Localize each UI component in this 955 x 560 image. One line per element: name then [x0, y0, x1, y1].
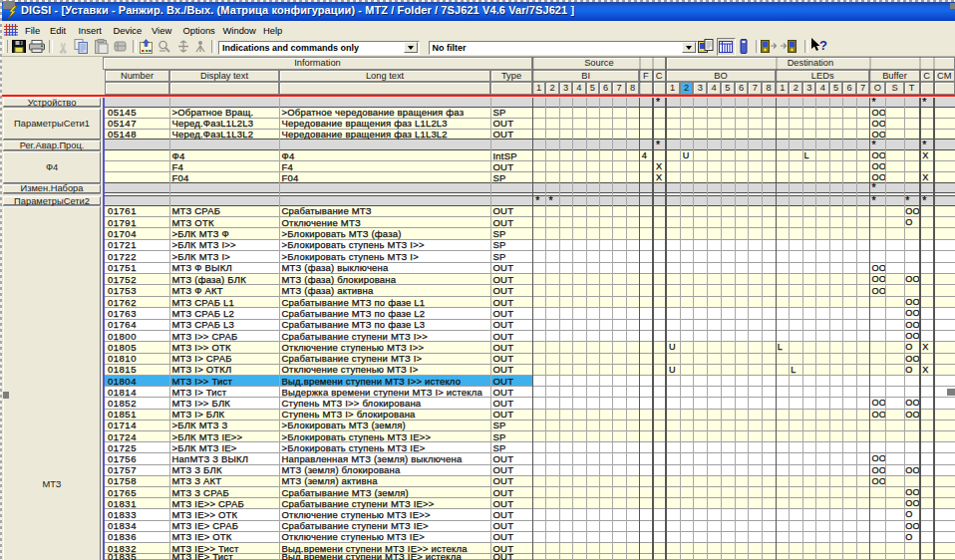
svg-text:?: ?	[819, 38, 827, 53]
